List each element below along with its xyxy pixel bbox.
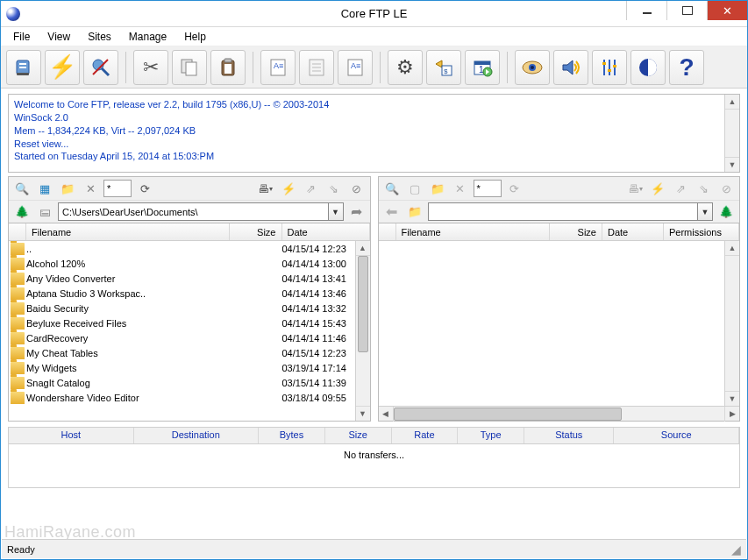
list-item[interactable]: My Widgets03/19/14 17:14 — [9, 360, 370, 375]
list-item[interactable]: My Cheat Tables04/15/14 12:23 — [9, 345, 370, 360]
tree-button[interactable]: 🌲 — [12, 202, 32, 222]
view-button[interactable] — [515, 50, 550, 85]
col-date[interactable]: Date — [602, 223, 664, 240]
list-item[interactable]: Any Video Converter04/14/14 13:41 — [9, 271, 370, 286]
remote-hscroll[interactable]: ◀ ▶ — [379, 406, 740, 421]
remote-path-combo[interactable]: ▼ — [428, 202, 714, 221]
col-filename[interactable]: Filename — [26, 223, 230, 240]
chevron-down-icon[interactable]: ▼ — [697, 203, 712, 220]
list-item[interactable]: ..04/15/14 12:23 — [9, 241, 370, 256]
col-size[interactable]: Size — [550, 223, 602, 240]
delete-button[interactable]: ✕ — [81, 179, 100, 198]
mode-button[interactable]: 🖶▾ — [256, 179, 275, 198]
copy-button[interactable] — [172, 50, 207, 85]
qcol-bytes[interactable]: Bytes — [259, 428, 325, 443]
paste-button[interactable] — [210, 50, 246, 85]
scroll-down-icon[interactable]: ▼ — [725, 157, 739, 172]
scroll-left-icon[interactable]: ◀ — [379, 407, 394, 422]
qcol-type[interactable]: Type — [458, 428, 524, 443]
link-b-button[interactable]: ⇘ — [324, 179, 344, 198]
stop-button[interactable]: ⊘ — [347, 179, 367, 198]
scroll-up-icon[interactable]: ▲ — [725, 95, 739, 110]
filter-input[interactable]: * — [474, 180, 502, 197]
cut-button[interactable]: ✂ — [133, 50, 168, 85]
scroll-thumb[interactable] — [394, 408, 622, 421]
local-scrollbar[interactable]: ▲ ▼ — [355, 241, 370, 421]
menu-help[interactable]: Help — [175, 29, 215, 45]
scroll-down-icon[interactable]: ▼ — [725, 391, 739, 406]
menu-view[interactable]: View — [39, 29, 79, 45]
close-button[interactable] — [707, 1, 747, 20]
stop-button[interactable]: ⊘ — [716, 179, 736, 198]
list-item[interactable]: Aptana Studio 3 Workspac..04/14/14 13:46 — [9, 286, 370, 301]
transfer-button[interactable]: ⚡ — [648, 179, 667, 198]
connect-button[interactable] — [6, 50, 41, 85]
edit-b-button[interactable] — [299, 50, 334, 85]
menu-file[interactable]: File — [4, 29, 39, 45]
view-mode-button[interactable]: ▦ — [35, 179, 54, 198]
link-a-button[interactable]: ⇗ — [671, 179, 690, 198]
list-item[interactable]: Baidu Security04/14/14 13:32 — [9, 301, 370, 315]
tree-button[interactable]: 🌲 — [716, 202, 736, 222]
list-item[interactable]: CardRecovery04/14/14 11:46 — [9, 330, 370, 345]
new-folder-button[interactable]: 📁 — [428, 179, 447, 198]
sessions-button[interactable]: 1 — [465, 50, 500, 85]
sound-button[interactable] — [553, 50, 588, 85]
search-button[interactable]: 🔍 — [12, 179, 32, 198]
local-path-combo[interactable]: C:\Users\DearUser\Documents\ ▼ — [58, 202, 344, 221]
home-button[interactable]: 🖴 — [35, 202, 54, 222]
delete-button[interactable]: ✕ — [451, 179, 470, 198]
quick-connect-button[interactable]: ⚡ — [45, 50, 80, 85]
scroll-right-icon[interactable]: ▶ — [724, 407, 739, 422]
col-date[interactable]: Date — [282, 223, 370, 240]
new-folder-button[interactable]: 📁 — [58, 179, 77, 198]
qcol-rate[interactable]: Rate — [392, 428, 459, 443]
refresh-button[interactable]: ⟳ — [135, 179, 154, 198]
qcol-size[interactable]: Size — [325, 428, 392, 443]
transfer-button[interactable]: ⚡ — [279, 179, 298, 198]
scroll-down-icon[interactable]: ▼ — [356, 406, 370, 421]
link-b-button[interactable]: ⇘ — [694, 179, 713, 198]
log-scrollbar[interactable]: ▲ ▼ — [724, 95, 739, 172]
edit-c-button[interactable]: A≡ — [338, 50, 373, 85]
minimize-button[interactable] — [626, 1, 666, 20]
settings-button[interactable]: ⚙ — [388, 50, 423, 85]
refresh-button[interactable]: ⟳ — [505, 179, 524, 198]
search-button[interactable]: 🔍 — [382, 179, 402, 198]
scroll-thumb[interactable] — [358, 256, 368, 352]
col-icon[interactable] — [9, 223, 26, 240]
qcol-host[interactable]: Host — [9, 428, 134, 443]
col-icon[interactable] — [379, 223, 396, 240]
download-button[interactable]: ⬅ — [382, 202, 402, 222]
col-size[interactable]: Size — [230, 223, 282, 240]
disconnect-button[interactable] — [83, 50, 118, 85]
qcol-source[interactable]: Source — [614, 428, 739, 443]
remote-scrollbar[interactable]: ▲ ▼ — [724, 241, 739, 406]
qcol-dest[interactable]: Destination — [134, 428, 260, 443]
filter-input[interactable]: * — [103, 180, 132, 197]
help-button[interactable]: ? — [669, 50, 704, 85]
list-item[interactable]: SnagIt Catalog03/15/14 11:39 — [9, 375, 370, 390]
schedule-button[interactable]: $ — [426, 50, 461, 85]
logo-button[interactable] — [630, 50, 666, 85]
menu-sites[interactable]: Sites — [79, 29, 120, 45]
list-item[interactable]: Alcohol 120%04/14/14 13:00 — [9, 256, 370, 271]
maximize-button[interactable] — [666, 1, 707, 20]
mode-button[interactable]: 🖶▾ — [625, 179, 645, 198]
col-permissions[interactable]: Permissions — [664, 223, 739, 240]
remote-list-body[interactable]: ▲ ▼ — [379, 241, 740, 406]
up-button[interactable]: 📁 — [405, 202, 424, 222]
list-item[interactable]: Beyluxe Received Files04/14/14 15:43 — [9, 315, 370, 330]
qcol-status[interactable]: Status — [524, 428, 614, 443]
col-filename[interactable]: Filename — [396, 223, 551, 240]
resize-grip-icon[interactable]: ◢ — [731, 542, 741, 556]
menu-manage[interactable]: Manage — [120, 29, 175, 45]
options-button[interactable] — [592, 50, 627, 85]
link-a-button[interactable]: ⇗ — [302, 179, 321, 198]
chevron-down-icon[interactable]: ▼ — [328, 203, 343, 220]
list-item[interactable]: Wondershare Video Editor03/18/14 09:55 — [9, 390, 370, 405]
edit-a-button[interactable]: A≡ — [260, 50, 296, 85]
upload-button[interactable]: ➦ — [347, 202, 367, 222]
local-list-body[interactable]: ..04/15/14 12:23 Alcohol 120%04/14/14 13… — [9, 241, 370, 421]
scroll-up-icon[interactable]: ▲ — [356, 241, 370, 256]
